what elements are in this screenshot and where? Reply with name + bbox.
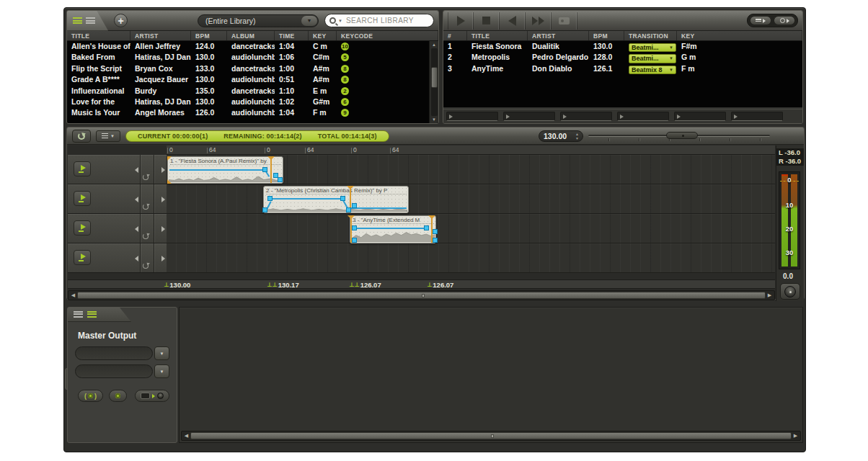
- bpm-marker-strip[interactable]: ⊥ 130.00 ⊥⊥ 130.17 ⊥⊥ 126.07 ⊥ 126.07: [68, 279, 775, 289]
- col-title[interactable]: TITLE: [67, 31, 130, 40]
- envelope-handle[interactable]: [262, 207, 267, 212]
- cue-preview-button-6[interactable]: [731, 112, 783, 121]
- track-lane-2[interactable]: [167, 184, 775, 214]
- next-button[interactable]: [526, 12, 552, 30]
- library-row[interactable]: Baked From Hatiras, DJ Dan, 130.0 audiol…: [67, 52, 438, 63]
- volume-envelope[interactable]: [271, 198, 343, 200]
- record-button[interactable]: [552, 12, 577, 30]
- timeline-view-dropdown[interactable]: ▼: [96, 130, 120, 142]
- track-play-button[interactable]: [74, 161, 91, 176]
- envelope-handle[interactable]: [352, 238, 357, 243]
- output-device-select[interactable]: [75, 346, 153, 360]
- col-time[interactable]: TIME: [275, 31, 309, 40]
- bpm-marker[interactable]: ⊥ 130.00: [164, 280, 190, 290]
- library-row[interactable]: Music Is Your Angel Moraes 126.0 audiolu…: [67, 107, 438, 118]
- library-scrollbar[interactable]: ▲ ▼: [429, 41, 438, 123]
- col-keycode[interactable]: KEYCODE: [337, 31, 438, 40]
- bpm-marker[interactable]: ⊥⊥ 126.07: [349, 280, 381, 290]
- loop-icon[interactable]: [143, 263, 149, 269]
- cue-preview-button-2[interactable]: [503, 112, 555, 121]
- scroll-right-icon[interactable]: ▶: [766, 292, 773, 298]
- track-play-button[interactable]: [74, 220, 91, 236]
- search-input[interactable]: [345, 16, 429, 25]
- previous-button[interactable]: [500, 12, 526, 30]
- scroll-down-icon[interactable]: ▼: [432, 117, 436, 122]
- envelope-handle[interactable]: [433, 238, 438, 243]
- col-number[interactable]: #: [443, 31, 467, 40]
- library-row[interactable]: Allen's House of Allen Jeffrey 124.0 dan…: [67, 41, 438, 52]
- library-row[interactable]: Influenzational Burdy 135.0 dancetracks …: [67, 86, 438, 97]
- chevron-down-icon[interactable]: ▼: [154, 364, 169, 378]
- col-artist[interactable]: ARTIST: [130, 31, 191, 40]
- nudge-right-icon[interactable]: [161, 256, 165, 261]
- col-bpm[interactable]: BPM: [191, 31, 227, 40]
- track-play-button[interactable]: [74, 191, 91, 206]
- library-scroll-thumb[interactable]: [431, 67, 438, 87]
- add-track-button[interactable]: +: [114, 14, 128, 27]
- transition-dropdown[interactable]: Beatmi... ▼: [629, 54, 676, 63]
- search-scope-chevron-icon[interactable]: ▼: [338, 19, 342, 23]
- transition-dropdown[interactable]: Beatmi... ▼: [629, 43, 676, 53]
- library-filter-select[interactable]: (Entire Library) ▼: [198, 14, 319, 27]
- list-view-icon[interactable]: [74, 311, 83, 318]
- beat-marker[interactable]: [270, 157, 272, 183]
- envelope-handle[interactable]: [278, 177, 283, 182]
- record-mix-button[interactable]: [135, 390, 169, 402]
- nudge-left-icon[interactable]: [135, 256, 138, 261]
- timeline-scroll-thumb[interactable]: [77, 292, 766, 299]
- stop-button[interactable]: [474, 12, 500, 30]
- loop-icon[interactable]: [143, 233, 149, 239]
- master-volume-knob-button[interactable]: [780, 283, 800, 300]
- stack-view-icon[interactable]: [86, 17, 95, 24]
- nudge-right-icon[interactable]: [161, 226, 165, 232]
- loop-playback-button[interactable]: [72, 130, 91, 143]
- scroll-left-icon[interactable]: ◀: [183, 433, 190, 439]
- bpm-stepper[interactable]: ▲▼: [575, 132, 579, 140]
- col-key[interactable]: KEY: [309, 31, 337, 40]
- track-lane-3[interactable]: [167, 214, 775, 243]
- monitor-device-select[interactable]: [75, 364, 153, 378]
- volume-envelope[interactable]: [169, 169, 265, 171]
- export-mix-button[interactable]: [774, 16, 795, 25]
- speakers-output-button[interactable]: (): [78, 390, 103, 402]
- envelope-handle[interactable]: [262, 167, 267, 172]
- library-row[interactable]: Love for the Hatiras, DJ Dan, 130.0 audi…: [67, 97, 438, 107]
- nudge-left-icon[interactable]: [135, 197, 138, 202]
- bottom-scrollbar[interactable]: ◀ ▶: [181, 431, 801, 441]
- cue-preview-button-5[interactable]: [674, 112, 726, 121]
- nudge-right-icon[interactable]: [161, 167, 165, 173]
- cue-preview-button-3[interactable]: [560, 112, 612, 121]
- volume-envelope[interactable]: [354, 228, 427, 229]
- cue-preview-button-4[interactable]: [617, 112, 669, 121]
- transition-dropdown[interactable]: Beatmix 8 ▼: [629, 66, 676, 75]
- library-row[interactable]: Grade A B**** Jacquez Bauer 130.0 audiol…: [67, 74, 438, 85]
- play-button[interactable]: [448, 12, 474, 30]
- list-view-icon[interactable]: [73, 17, 82, 24]
- track-lane-4[interactable]: [167, 243, 775, 273]
- nudge-left-icon[interactable]: [135, 226, 138, 232]
- library-scroll-track[interactable]: [431, 48, 438, 116]
- nudge-left-icon[interactable]: [135, 167, 138, 173]
- playlist-row[interactable]: 2 Metropolis Pedro Delgardo 128.0 Beatmi…: [443, 52, 802, 63]
- col-transition[interactable]: TRANSITION: [624, 31, 677, 40]
- mixer-view-icon[interactable]: [87, 311, 97, 318]
- col-key[interactable]: KEY: [677, 31, 802, 40]
- library-row[interactable]: Flip the Script Bryan Cox 133.0 dancetra…: [67, 63, 438, 74]
- envelope-handle[interactable]: [267, 196, 273, 201]
- bpm-marker[interactable]: ⊥⊥ 130.17: [267, 280, 299, 290]
- col-title[interactable]: TITLE: [467, 31, 528, 40]
- master-bpm-field[interactable]: 130.00 ▲▼: [539, 130, 583, 142]
- envelope-handle[interactable]: [424, 225, 429, 230]
- loop-icon[interactable]: [143, 174, 149, 180]
- chevron-down-icon[interactable]: ▼: [154, 346, 169, 360]
- col-artist[interactable]: ARTIST: [528, 31, 589, 40]
- scroll-right-icon[interactable]: ▶: [792, 433, 799, 439]
- scroll-up-icon[interactable]: ▲: [432, 42, 436, 47]
- headphone-cue-button[interactable]: [109, 390, 127, 402]
- bottom-scroll-thumb[interactable]: [190, 432, 792, 439]
- col-album[interactable]: ALBUM: [227, 31, 275, 40]
- loop-icon[interactable]: [143, 204, 149, 210]
- envelope-handle[interactable]: [346, 207, 351, 212]
- timeline-ruler[interactable]: 0 64 0 64 0 64: [167, 146, 775, 155]
- zoom-slider[interactable]: [588, 130, 770, 142]
